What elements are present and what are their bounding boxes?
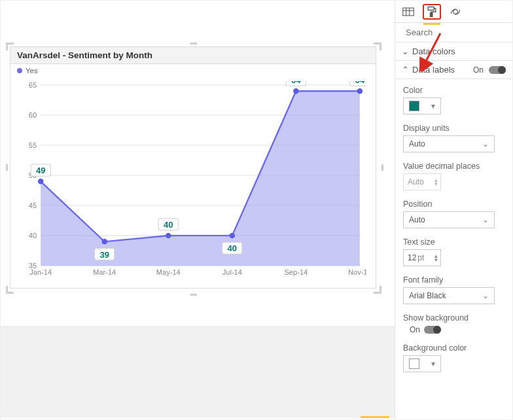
chevron-up-icon: ⌃ [402,65,408,75]
show-bg-toggle[interactable] [424,326,441,334]
svg-text:45: 45 [29,201,37,209]
legend-dot-icon [17,68,22,73]
chart-legend: Yes [10,64,376,75]
svg-rect-11 [190,43,197,44]
legend-label: Yes [26,67,38,75]
svg-text:40: 40 [228,243,238,253]
chart-visual[interactable]: VanArsdel - Sentiment by Month Yes 35404… [10,46,376,289]
decimal-places-stepper[interactable]: Auto ▴▾ [403,173,441,190]
svg-text:65: 65 [29,81,37,89]
show-bg-on-label: On [410,325,420,334]
format-search[interactable] [395,23,512,43]
font-family-value: Arial Black [409,291,446,300]
chevron-down-icon: ⌄ [482,291,489,300]
svg-point-30 [102,239,107,244]
svg-text:55: 55 [29,141,37,149]
format-tab[interactable] [423,4,441,20]
svg-text:Sep-14: Sep-14 [284,268,308,276]
svg-text:64: 64 [291,81,301,85]
display-units-dropdown[interactable]: Auto ⌄ [403,135,495,152]
svg-text:39: 39 [99,250,109,260]
svg-rect-12 [190,294,197,296]
format-pane: ⌄ Data colors ⌃ Data labels On Color ▾ D… [395,1,512,420]
svg-point-57 [453,10,458,14]
page-underline-accent [361,416,389,418]
svg-point-36 [230,233,235,238]
chevron-down-icon: ⌄ [402,46,408,56]
font-family-label: Font family [403,275,504,285]
bg-color-picker[interactable]: ▾ [403,355,441,372]
svg-point-27 [38,179,43,184]
svg-text:60: 60 [29,111,37,119]
bg-swatch-icon [409,359,419,369]
text-size-stepper[interactable]: 12 pt ▴▾ [403,249,441,266]
svg-point-42 [357,88,363,94]
toggle-on-label: On [473,65,484,75]
svg-rect-55 [428,7,434,10]
color-picker[interactable]: ▾ [403,97,441,114]
svg-rect-6 [6,286,8,294]
svg-text:49: 49 [36,166,46,175]
display-units-label: Display units [403,124,504,133]
chart-title: VanArsdel - Sentiment by Month [10,47,376,64]
svg-rect-9 [6,164,8,171]
font-family-dropdown[interactable]: Arial Black ⌄ [403,287,495,304]
svg-point-33 [166,233,171,238]
data-labels-toggle[interactable] [489,66,506,74]
canvas-empty-area [1,326,395,418]
svg-text:Mar-14: Mar-14 [93,268,116,276]
chevron-down-icon: ⌄ [482,139,489,149]
svg-text:May-14: May-14 [156,268,181,276]
analytics-tab[interactable] [446,4,465,20]
caret-down-icon: ▾ [431,359,435,368]
data-labels-panel: Color ▾ Display units Auto ⌄ Value decim… [395,79,512,384]
chevron-down-icon: ⌄ [482,215,489,224]
svg-text:40: 40 [164,220,173,230]
position-dropdown[interactable]: Auto ⌄ [403,211,495,228]
search-input[interactable] [404,27,513,38]
svg-rect-2 [6,43,8,50]
section-label: Data labels [412,65,455,75]
decimal-label: Value decimal places [403,162,504,171]
color-swatch-icon [409,101,419,111]
caret-down-icon: ▾ [431,101,435,111]
show-bg-label: Show background [403,313,504,323]
svg-text:Nov-14: Nov-14 [348,268,366,276]
position-label: Position [403,200,504,209]
display-units-value: Auto [409,139,425,149]
svg-rect-10 [381,164,383,171]
decimal-value: Auto [408,177,424,186]
position-value: Auto [409,215,425,224]
svg-text:64: 64 [355,81,365,85]
section-data-colors[interactable]: ⌄ Data colors [395,43,512,61]
text-size-label: Text size [403,237,504,247]
bg-color-label: Background color [403,343,504,353]
section-data-labels[interactable]: ⌃ Data labels On [395,61,512,79]
svg-rect-8 [380,286,381,294]
svg-text:40: 40 [29,232,37,239]
svg-point-39 [293,88,298,94]
section-label: Data colors [412,46,455,56]
text-size-value: 12 [408,253,416,262]
chart-plot-area: 35404550556065493940406464Jan-14Mar-14Ma… [24,81,366,276]
text-size-unit: pt [417,253,424,262]
svg-rect-4 [380,43,381,50]
fields-tab[interactable] [399,4,417,20]
svg-text:Jan-14: Jan-14 [29,268,52,276]
svg-rect-51 [403,8,414,16]
svg-text:Jul-14: Jul-14 [222,268,242,276]
color-label: Color [403,86,504,95]
svg-rect-56 [431,13,433,17]
